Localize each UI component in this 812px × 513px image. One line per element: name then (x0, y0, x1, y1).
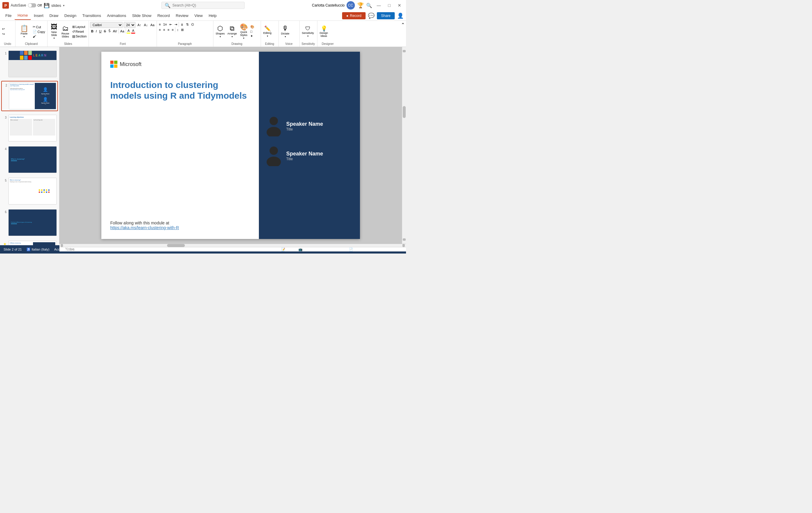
filename-dropdown[interactable]: ▾ (63, 4, 64, 7)
slide-show-button[interactable]: ▶ (358, 247, 362, 252)
justify-button[interactable]: ≡ (171, 28, 174, 32)
zoom-out-button[interactable]: − (371, 248, 372, 251)
align-left-button[interactable]: ≡ (158, 28, 162, 32)
copy-button[interactable]: 📄 Copy (32, 29, 46, 34)
autosave-toggle[interactable]: Off (28, 3, 41, 7)
scroll-arrow-up[interactable] (403, 50, 406, 52)
slide-preview-5[interactable]: What is clustering? Clustering is a form… (8, 178, 57, 204)
menu-slideshow[interactable]: Slide Show (129, 11, 154, 20)
quick-styles-button[interactable]: 🎨 QuickStyles ▾ (238, 23, 249, 40)
undo-button[interactable]: ↩ (1, 27, 6, 31)
cut-button[interactable]: ✂ Cut (32, 25, 46, 29)
maximize-button[interactable]: □ (386, 2, 393, 8)
menu-draw[interactable]: Draw (46, 11, 61, 20)
horizontal-scrollbar[interactable] (59, 244, 406, 247)
zoom-level[interactable]: 87% (396, 248, 402, 251)
menu-insert[interactable]: Insert (31, 11, 47, 20)
vertical-scrollbar[interactable] (402, 47, 406, 244)
vscroll-thumb[interactable] (403, 106, 406, 118)
slide-link[interactable]: https://aka.ms/learn-clustering-with-R (110, 225, 179, 230)
menu-review[interactable]: Review (173, 11, 192, 20)
save-button[interactable]: 💾 (44, 3, 50, 8)
strikethrough-button[interactable]: S (103, 29, 107, 33)
sensitivity-button[interactable]: 🛡 Sensitivity ▾ (301, 25, 315, 38)
slide-thumb-5[interactable]: 5 What is clustering? Clustering is a fo… (1, 176, 58, 206)
font-size-select[interactable]: 24 (124, 22, 136, 28)
new-slide-dropdown[interactable]: ▾ (54, 37, 55, 39)
accessibility-info[interactable]: Accessibility: Investigate (54, 248, 89, 252)
menu-view[interactable]: View (192, 11, 206, 20)
minimize-button[interactable]: — (375, 2, 383, 8)
slide-preview-4[interactable]: What is clustering? (8, 146, 57, 173)
numbering-button[interactable]: 1≡ (162, 22, 168, 26)
hscroll-arrow-left[interactable] (61, 244, 63, 247)
format-painter-button[interactable]: 🖌 (32, 34, 46, 38)
font-case-button[interactable]: Aa (119, 29, 125, 33)
menu-help[interactable]: Help (206, 11, 220, 20)
notes-status[interactable]: 📝 Notes (281, 248, 295, 252)
toggle-switch[interactable] (28, 3, 36, 7)
slide-thumb-6[interactable]: 6 Evaluate different types of clustering (1, 208, 58, 237)
shadow-button[interactable]: S̈ (108, 29, 112, 33)
display-settings[interactable]: 📺 Display Settings (298, 248, 327, 252)
person-icon[interactable]: 👤 (397, 12, 404, 19)
columns-button[interactable]: ⫼ (179, 22, 184, 26)
paste-button[interactable]: 📋 Paste ▾ (17, 25, 31, 39)
search-box[interactable]: 🔍 (162, 2, 244, 9)
comment-icon[interactable]: 💬 (368, 12, 375, 19)
trophy-icon[interactable]: 🏆 (357, 2, 364, 9)
text-direction-button[interactable]: ⇅ (185, 22, 190, 27)
search-input[interactable] (172, 3, 238, 7)
line-spacing-button[interactable]: ↕ (176, 28, 179, 32)
canvas-main[interactable]: Microsoft Introduction to clustering mod… (59, 47, 402, 244)
section-button[interactable]: ▤Section (71, 34, 88, 39)
menu-home[interactable]: Home (14, 11, 31, 20)
record-button[interactable]: ● Record (342, 12, 366, 19)
speaker-2-title[interactable]: Title (286, 157, 323, 161)
speaker-1-title[interactable]: Title (286, 127, 323, 132)
editing-button[interactable]: ✏️ Editing ▾ (262, 25, 273, 38)
dictate-button[interactable]: 🎙 Dictate ▾ (280, 25, 291, 39)
slide-thumb-1[interactable]: 1 (1, 49, 58, 79)
reading-view-button[interactable]: 📄 (348, 247, 354, 252)
slide-sorter-button[interactable]: ⊞ (339, 247, 344, 252)
scroll-arrow-down[interactable] (403, 238, 406, 241)
bold-button[interactable]: B (90, 29, 94, 33)
clear-format-button[interactable]: Aa (149, 23, 155, 27)
highlight-button[interactable]: A (126, 29, 130, 34)
menu-transitions[interactable]: Transitions (79, 11, 104, 20)
menu-record[interactable]: Record (154, 11, 173, 20)
align-right-button[interactable]: ≡ (167, 28, 170, 32)
paste-dropdown[interactable]: ▾ (24, 35, 25, 38)
shapes-button[interactable]: ⬡ Shapes ▾ (214, 25, 226, 39)
add-remove-columns-button[interactable]: ⊞ (180, 28, 184, 32)
increase-font-button[interactable]: A↑ (137, 23, 142, 27)
menu-animations[interactable]: Animations (104, 11, 129, 20)
decrease-font-button[interactable]: A↓ (143, 23, 149, 27)
speaker-1-name[interactable]: Speaker Name (286, 121, 323, 127)
bullets-button[interactable]: ≡ (158, 22, 162, 26)
speaker-2-name[interactable]: Speaker Name (286, 151, 323, 157)
font-color-button[interactable]: A (131, 29, 135, 34)
reset-button[interactable]: ↺Reset (71, 29, 88, 34)
increase-indent-button[interactable]: ⇥ (174, 22, 178, 27)
slide-preview-7[interactable]: K-Means clustering (8, 241, 57, 245)
font-name-select[interactable]: Calibri (90, 22, 123, 28)
shape-outline-button[interactable]: □ (249, 29, 255, 34)
decrease-indent-button[interactable]: ⇤ (169, 22, 173, 27)
slide-preview-1[interactable]: L E A R N (8, 51, 57, 77)
new-slide-button[interactable]: 🖼 NewSlide ▾ (49, 23, 59, 40)
slide-thumb-3[interactable]: 3 Learning objectives What is clustering… (1, 114, 58, 143)
search-icon-2[interactable]: 🔍 (366, 3, 372, 8)
zoom-in-button[interactable]: + (393, 248, 395, 251)
reuse-slides-button[interactable]: 🗂 ReuseSlides (60, 25, 71, 39)
share-button[interactable]: Share (377, 12, 395, 19)
shape-fill-button[interactable]: 🎨 (249, 25, 255, 29)
shape-effects-button[interactable]: ✦ (249, 34, 255, 38)
underline-button[interactable]: U (98, 29, 102, 33)
slide-preview-3[interactable]: Learning objectives What is clustering? … (8, 115, 57, 141)
ribbon-collapse-button[interactable]: ⌃ (400, 21, 406, 47)
slide-canvas[interactable]: Microsoft Introduction to clustering mod… (102, 52, 360, 239)
italic-button[interactable]: I (95, 29, 97, 33)
char-spacing-button[interactable]: AV (112, 29, 118, 33)
